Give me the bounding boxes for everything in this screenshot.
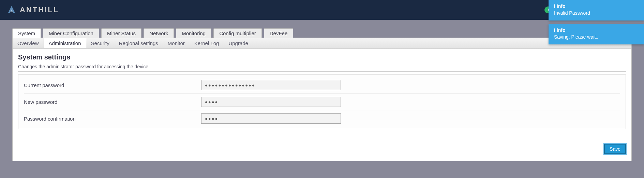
brand: ANTHILL — [7, 5, 59, 15]
tab-label: Miner Configuration — [49, 30, 93, 36]
toast-invalid-password: i Info Invalid Password — [549, 0, 644, 20]
subtab-label: Upgrade — [228, 40, 248, 46]
subtab-administration[interactable]: Administration — [44, 38, 86, 48]
save-button[interactable]: Save — [604, 144, 626, 154]
subtab-monitor[interactable]: Monitor — [163, 38, 190, 48]
toast-message: Invalid Password — [554, 10, 639, 16]
input-current-password[interactable] — [201, 80, 341, 90]
main-tab-row: System Miner Configuration Miner Status … — [12, 28, 632, 38]
tab-label: Miner Status — [107, 30, 136, 36]
tab-network[interactable]: Network — [144, 28, 174, 38]
tab-miner-status[interactable]: Miner Status — [101, 28, 141, 38]
password-form: Current password New password Password c… — [18, 74, 626, 129]
brand-logo-icon — [7, 5, 16, 15]
subtab-kernel-log[interactable]: Kernel Log — [190, 38, 224, 48]
toast-saving: i Info Saving. Please wait.. — [549, 24, 644, 44]
row-current-password: Current password — [24, 77, 620, 94]
settings-panel: System settings Changes the administrato… — [12, 49, 632, 161]
tab-devfee[interactable]: DevFee — [264, 28, 294, 38]
subtab-label: Security — [91, 40, 109, 46]
input-new-password[interactable] — [201, 97, 341, 107]
tab-label: Config multiplier — [219, 30, 256, 36]
subtab-label: Monitor — [168, 40, 185, 46]
label-new-password: New password — [24, 99, 201, 105]
tab-system[interactable]: System — [12, 28, 41, 38]
panel-title: System settings — [18, 53, 626, 61]
toast-title: i Info — [554, 27, 639, 33]
subtab-label: Kernel Log — [194, 40, 219, 46]
subtab-regional-settings[interactable]: Regional settings — [114, 38, 163, 48]
toast-title: i Info — [554, 3, 639, 9]
tab-monitoring[interactable]: Monitoring — [176, 28, 211, 38]
toast-message: Saving. Please wait.. — [554, 34, 639, 40]
label-current-password: Current password — [24, 82, 201, 88]
tab-label: Network — [149, 30, 168, 36]
subtab-label: Overview — [17, 40, 39, 46]
row-confirm-password: Password confirmation — [24, 110, 620, 127]
subtab-upgrade[interactable]: Upgrade — [224, 38, 253, 48]
tab-label: DevFee — [270, 30, 288, 36]
sub-tab-row: Overview Administration Security Regiona… — [12, 38, 632, 49]
label-confirm-password: Password confirmation — [24, 116, 201, 122]
tab-miner-configuration[interactable]: Miner Configuration — [43, 28, 99, 38]
toast-stack: i Info Invalid Password i Info Saving. P… — [549, 0, 644, 44]
subtab-label: Administration — [49, 40, 81, 46]
panel-description: Changes the administrator password for a… — [18, 64, 626, 72]
subtab-security[interactable]: Security — [86, 38, 114, 48]
content: System Miner Configuration Miner Status … — [0, 20, 644, 161]
subtab-label: Regional settings — [119, 40, 158, 46]
tab-label: Monitoring — [182, 30, 206, 36]
tab-config-multiplier[interactable]: Config multiplier — [213, 28, 262, 38]
app-header: ANTHILL Online 3.8.6 Find Miner St — [0, 0, 644, 20]
input-confirm-password[interactable] — [201, 113, 341, 124]
tab-label: System — [18, 30, 35, 36]
subtab-overview[interactable]: Overview — [13, 38, 44, 48]
panel-footer: Save — [18, 139, 626, 154]
brand-name: ANTHILL — [20, 5, 59, 14]
row-new-password: New password — [24, 94, 620, 110]
